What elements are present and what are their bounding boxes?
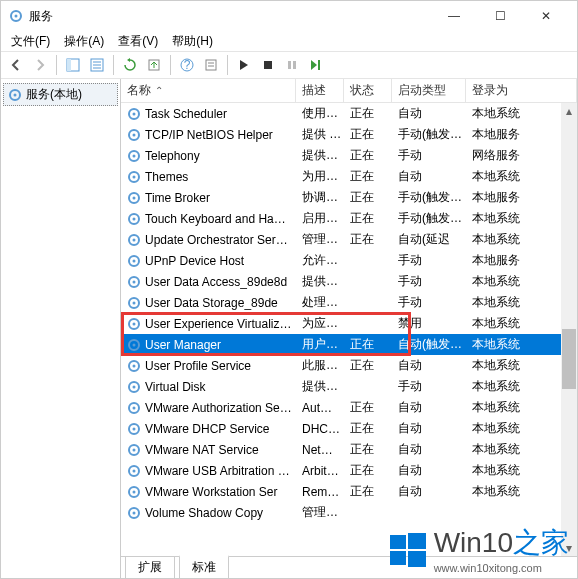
service-name: Time Broker	[145, 191, 210, 205]
gear-icon	[127, 233, 141, 247]
cell-startup: 手动(触发…	[392, 209, 466, 228]
pause-service-button[interactable]	[281, 54, 303, 76]
table-row[interactable]: Touch Keyboard and Ha…启用…正在手动(触发…本地系统	[121, 208, 577, 229]
cell-startup: 手动(触发…	[392, 188, 466, 207]
table-row[interactable]: Virtual Disk提供…手动本地系统	[121, 376, 577, 397]
cell-startup: 自动	[392, 356, 466, 375]
column-name[interactable]: 名称 ⌃	[121, 78, 296, 103]
forward-button[interactable]	[29, 54, 51, 76]
cell-desc: 为用…	[296, 167, 344, 186]
gear-icon	[127, 422, 141, 436]
column-description[interactable]: 描述	[296, 78, 344, 103]
cell-startup: 手动	[392, 293, 466, 312]
vertical-scrollbar[interactable]: ▴ ▾	[561, 103, 577, 556]
svg-point-35	[133, 259, 136, 262]
start-service-button[interactable]	[233, 54, 255, 76]
scroll-thumb[interactable]	[562, 329, 576, 389]
menu-help[interactable]: 帮助(H)	[166, 31, 219, 52]
details-button[interactable]	[86, 54, 108, 76]
show-hide-tree-button[interactable]	[62, 54, 84, 76]
gear-icon	[127, 401, 141, 415]
cell-desc: DHC…	[296, 421, 344, 437]
table-row[interactable]: VMware Workstation SerRem…正在自动本地系统	[121, 481, 577, 502]
cell-name: TCP/IP NetBIOS Helper	[121, 127, 296, 143]
table-row[interactable]: Time Broker协调…正在手动(触发…本地服务	[121, 187, 577, 208]
cell-startup: 自动	[392, 461, 466, 480]
tab-extended[interactable]: 扩展	[125, 556, 175, 578]
restart-service-button[interactable]	[305, 54, 327, 76]
cell-desc: Aut…	[296, 400, 344, 416]
cell-name: Themes	[121, 169, 296, 185]
refresh-button[interactable]	[119, 54, 141, 76]
table-row[interactable]: User Data Access_89de8d提供…手动本地系统	[121, 271, 577, 292]
help-button[interactable]: ?	[176, 54, 198, 76]
column-startup[interactable]: 启动类型	[392, 78, 466, 103]
table-row[interactable]: VMware USB Arbitration …Arbit…正在自动本地系统	[121, 460, 577, 481]
cell-status	[344, 512, 392, 514]
table-row[interactable]: VMware DHCP ServiceDHC…正在自动本地系统	[121, 418, 577, 439]
menu-action[interactable]: 操作(A)	[58, 31, 110, 52]
table-row[interactable]: User Data Storage_89de处理…手动本地系统	[121, 292, 577, 313]
svg-rect-11	[206, 60, 216, 70]
table-row[interactable]: Themes为用…正在自动本地系统	[121, 166, 577, 187]
table-row[interactable]: Volume Shadow Copy管理…	[121, 502, 577, 523]
separator	[170, 55, 171, 75]
table-row[interactable]: VMware Authorization Se…Aut…正在自动本地系统	[121, 397, 577, 418]
watermark: Win10之家 www.win10xitong.com	[388, 524, 569, 574]
cell-desc: Arbit…	[296, 463, 344, 479]
gear-icon	[127, 338, 141, 352]
cell-status: 正在	[344, 146, 392, 165]
table-row[interactable]: User Profile Service此服…正在自动本地系统	[121, 355, 577, 376]
table-row[interactable]: VMware NAT ServiceNet…正在自动本地系统	[121, 439, 577, 460]
menu-file[interactable]: 文件(F)	[5, 31, 56, 52]
service-name: VMware NAT Service	[145, 443, 259, 457]
svg-point-23	[133, 133, 136, 136]
table-row[interactable]: Task Scheduler使用…正在自动本地系统	[121, 103, 577, 124]
table-row[interactable]: TCP/IP NetBIOS Helper提供 …正在手动(触发…本地服务	[121, 124, 577, 145]
table-row[interactable]: Update Orchestrator Ser…管理…正在自动(延迟本地系统	[121, 229, 577, 250]
cell-name: Touch Keyboard and Ha…	[121, 211, 296, 227]
svg-rect-14	[264, 61, 272, 69]
cell-name: UPnP Device Host	[121, 253, 296, 269]
column-logon[interactable]: 登录为	[466, 78, 577, 103]
cell-desc: 启用…	[296, 209, 344, 228]
close-button[interactable]: ✕	[523, 1, 569, 31]
minimize-button[interactable]: —	[431, 1, 477, 31]
stop-service-button[interactable]	[257, 54, 279, 76]
tree-item-services-local[interactable]: 服务(本地)	[3, 83, 118, 106]
scroll-up-icon[interactable]: ▴	[561, 103, 577, 119]
table-row[interactable]: User Manager用户…正在自动(触发…本地系统	[121, 334, 577, 355]
properties-button[interactable]	[200, 54, 222, 76]
svg-point-53	[133, 448, 136, 451]
body: 服务(本地) 名称 ⌃ 描述 状态 启动类型 登录为 Task Schedule…	[1, 79, 577, 578]
svg-rect-3	[67, 59, 71, 71]
svg-point-33	[133, 238, 136, 241]
cell-name: User Data Storage_89de	[121, 295, 296, 311]
sort-ascending-icon: ⌃	[155, 85, 163, 96]
table-row[interactable]: Telephony提供…正在手动网络服务	[121, 145, 577, 166]
export-button[interactable]	[143, 54, 165, 76]
tab-standard[interactable]: 标准	[179, 555, 229, 578]
cell-status: 正在	[344, 461, 392, 480]
cell-status: 正在	[344, 188, 392, 207]
tree-pane: 服务(本地)	[1, 79, 121, 578]
column-headers: 名称 ⌃ 描述 状态 启动类型 登录为	[121, 79, 577, 103]
service-name: UPnP Device Host	[145, 254, 244, 268]
cell-startup: 自动(延迟	[392, 230, 466, 249]
table-row[interactable]: UPnP Device Host允许…手动本地服务	[121, 250, 577, 271]
svg-rect-62	[390, 551, 406, 565]
cell-startup: 手动	[392, 377, 466, 396]
svg-point-25	[133, 154, 136, 157]
menu-view[interactable]: 查看(V)	[112, 31, 164, 52]
cell-status: 正在	[344, 335, 392, 354]
window-title: 服务	[29, 8, 431, 25]
column-status[interactable]: 状态	[344, 78, 392, 103]
back-button[interactable]	[5, 54, 27, 76]
maximize-button[interactable]: ☐	[477, 1, 523, 31]
cell-name: VMware NAT Service	[121, 442, 296, 458]
service-name: VMware Workstation Ser	[145, 485, 278, 499]
cell-status: 正在	[344, 209, 392, 228]
svg-rect-17	[318, 60, 320, 70]
table-row[interactable]: User Experience Virtualiz…为应…禁用本地系统	[121, 313, 577, 334]
cell-name: Update Orchestrator Ser…	[121, 232, 296, 248]
